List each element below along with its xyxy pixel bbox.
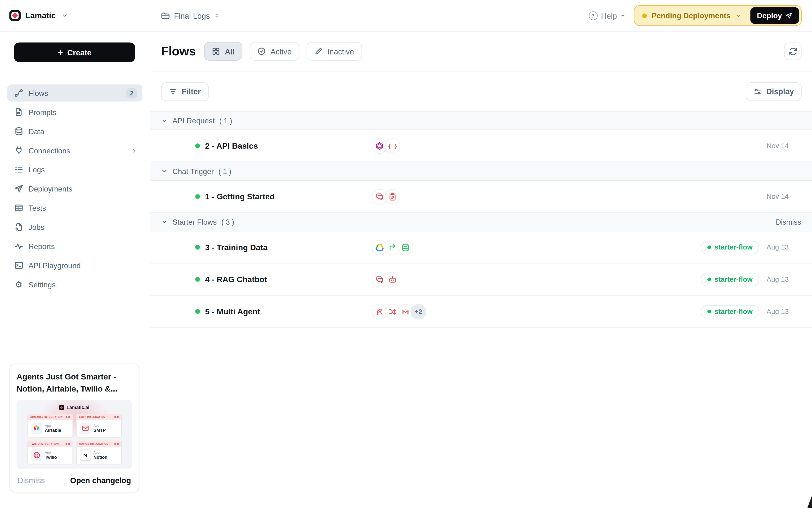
help-menu[interactable]: ? Help: [589, 11, 626, 20]
tag-dot: [707, 246, 711, 249]
section-header-starter-flows[interactable]: Starter Flows ( 3 ) Dismiss: [150, 213, 812, 231]
mini-controls-icon: [66, 416, 70, 418]
folder-icon: [161, 11, 170, 20]
workspace-switcher[interactable]: Lamatic: [0, 0, 150, 31]
section-count: ( 1 ): [219, 117, 232, 125]
sidebar-item-label: Reports: [29, 242, 55, 250]
database-icon: [398, 240, 413, 255]
sidebar-item-flows[interactable]: Flows 2: [7, 85, 142, 101]
chevron-down-icon: [161, 168, 168, 174]
breadcrumb[interactable]: Final Logs: [150, 0, 589, 31]
tab-active[interactable]: Active: [250, 42, 299, 60]
pending-deployments-label: Pending Deployments: [652, 11, 731, 19]
sliders-icon: [753, 87, 762, 96]
integration-card-twilio: TWILIO INTEGRATION AppTwilio: [27, 441, 73, 465]
sidebar-item-jobs[interactable]: Jobs: [7, 218, 142, 236]
sidebar-item-connections[interactable]: Connections: [7, 142, 142, 159]
section-title: Chat Trigger: [172, 167, 214, 175]
mini-controls-icon: [114, 443, 118, 445]
banner-logo: Lamatic.ai: [59, 405, 89, 410]
mini-controls-icon: [114, 416, 118, 418]
notion-icon: N: [80, 450, 91, 461]
more-icons-badge: +2: [411, 304, 426, 319]
flow-row-rag-chatbot[interactable]: 4 - RAG Chatbot starter-flow Aug 13: [150, 263, 812, 296]
breadcrumb-label: Final Logs: [174, 11, 210, 20]
tab-label: Inactive: [328, 47, 354, 56]
promo-dismiss-link[interactable]: Dismiss: [17, 476, 45, 484]
activity-icon: [14, 242, 23, 251]
chevron-down-icon: [735, 13, 741, 18]
lamatic-logo-icon: [59, 405, 65, 410]
open-changelog-link[interactable]: Open changelog: [70, 476, 131, 484]
flow-date: Nov 14: [767, 193, 789, 201]
sidebar-item-data[interactable]: Data: [7, 123, 142, 140]
sidebar-item-label: Settings: [29, 281, 56, 289]
list-toolbar: Filter Display: [150, 72, 812, 111]
send-icon: [785, 12, 792, 19]
active-status-dot: [195, 194, 200, 199]
section-header-api-request[interactable]: API Request ( 1 ): [150, 111, 812, 130]
sidebar-item-prompts[interactable]: Prompts: [7, 104, 142, 121]
flow-row-training-data[interactable]: 3 - Training Data starter-flow Aug 13: [150, 231, 812, 264]
flows-count-badge: 2: [126, 88, 137, 98]
tab-inactive[interactable]: Inactive: [307, 42, 362, 60]
flow-row-multi-agent[interactable]: 5 - Multi Agent +2 starter-flow: [150, 296, 812, 328]
display-button[interactable]: Display: [745, 82, 802, 101]
twilio-icon: [31, 450, 42, 461]
chevron-down-icon: [621, 13, 626, 18]
top-bar-actions: ? Help Pending Deployments Deploy: [589, 0, 812, 31]
banner-logo-text: Lamatic.ai: [67, 405, 89, 410]
create-button[interactable]: + Create: [14, 42, 135, 62]
app-window: Lamatic Final Logs ? Help Pending Deploy…: [0, 0, 812, 508]
integration-card-smtp: SMTP INTEGRATION AppSMTP: [76, 414, 121, 438]
flow-node-icons: +2: [372, 304, 426, 319]
help-label: Help: [601, 11, 617, 20]
airtable-icon: [31, 423, 42, 434]
sidebar-item-reports[interactable]: Reports: [7, 238, 142, 255]
plug-icon: [14, 146, 23, 155]
send-icon: [14, 184, 23, 194]
chevron-down-icon: [161, 117, 168, 124]
app-label: App: [45, 423, 61, 427]
sidebar-item-settings[interactable]: ⚙ Settings: [7, 276, 142, 293]
mini-controls-icon: [66, 443, 70, 445]
active-status-dot: [195, 309, 200, 314]
refresh-button[interactable]: [784, 42, 802, 60]
app-name: Twilio: [45, 455, 57, 460]
starter-flow-tag: starter-flow: [700, 305, 759, 318]
gear-icon: ⚙: [14, 280, 23, 289]
tab-all[interactable]: All: [204, 42, 243, 60]
tab-label: Active: [270, 47, 291, 56]
sidebar-item-label: Prompts: [29, 108, 56, 116]
tab-label: All: [225, 47, 234, 56]
filter-button[interactable]: Filter: [161, 82, 209, 101]
integration-card-header: NOTION INTEGRATION: [79, 443, 109, 445]
flow-node-icons: [372, 271, 400, 287]
list-icon: [14, 165, 23, 174]
flow-name: 4 - RAG Chatbot: [205, 274, 267, 284]
sidebar-item-tests[interactable]: Tests: [7, 199, 142, 216]
section-header-chat-trigger[interactable]: Chat Trigger ( 1 ): [150, 162, 812, 181]
selector-updown-icon: [214, 12, 220, 19]
pending-deployments-dropdown[interactable]: Pending Deployments Deploy: [634, 5, 802, 26]
check-circle-icon: [258, 47, 266, 55]
filter-icon: [169, 87, 177, 96]
integration-card-airtable: AIRTABLE INTEGRATION AppAirtable: [27, 414, 73, 438]
tag-label: starter-flow: [715, 307, 753, 315]
help-icon: ?: [589, 11, 597, 20]
sidebar-item-logs[interactable]: Logs: [7, 161, 142, 178]
deploy-button[interactable]: Deploy: [750, 7, 799, 24]
sidebar-item-deployments[interactable]: Deployments: [7, 180, 142, 197]
flow-row-getting-started[interactable]: 1 - Getting Started Nov 14: [150, 181, 812, 213]
sidebar-item-api-playground[interactable]: API Playground: [7, 257, 142, 274]
clipboard-pen-icon: [385, 189, 400, 204]
deploy-label: Deploy: [757, 11, 782, 19]
tag-dot: [707, 278, 711, 281]
flow-row-api-basics[interactable]: 2 - API Basics { } Nov 14: [150, 130, 812, 162]
section-dismiss-link[interactable]: Dismiss: [776, 218, 801, 226]
app-label: App: [93, 451, 108, 454]
sidebar-nav: Flows 2 Prompts Data Connections: [0, 85, 149, 293]
database-icon: [14, 127, 23, 136]
tag-dot: [707, 310, 711, 313]
integration-card-header: TWILIO INTEGRATION: [30, 443, 59, 445]
